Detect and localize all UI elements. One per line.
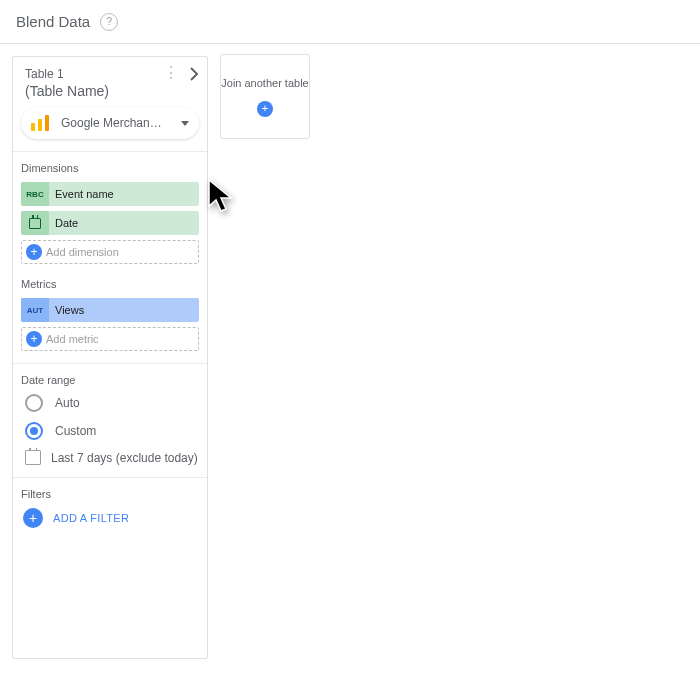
filters-title: Filters xyxy=(21,488,199,500)
date-range-auto[interactable]: Auto xyxy=(25,394,199,412)
radio-off-icon xyxy=(25,394,43,412)
custom-label: Custom xyxy=(55,424,96,438)
plus-icon: + xyxy=(26,244,42,260)
radio-on-icon xyxy=(25,422,43,440)
add-filter-button[interactable]: + ADD A FILTER xyxy=(23,508,199,528)
chevron-down-icon xyxy=(181,121,189,126)
plus-icon: + xyxy=(26,331,42,347)
cursor-icon xyxy=(206,178,240,220)
add-metric-label: Add metric xyxy=(46,333,99,345)
type-badge: RBC xyxy=(21,182,49,206)
join-label: Join another table xyxy=(221,76,308,90)
chevron-right-icon[interactable] xyxy=(189,67,199,85)
calendar-icon xyxy=(25,450,41,465)
date-range-section: Date range Auto Custom Last 7 days (excl… xyxy=(13,364,207,477)
dimensions-title: Dimensions xyxy=(21,162,199,174)
date-range-title: Date range xyxy=(21,374,199,386)
datasource-label: Google Merchan… xyxy=(61,116,173,130)
dimension-chip[interactable]: RBC Event name xyxy=(21,182,199,206)
add-filter-label: ADD A FILTER xyxy=(53,512,129,524)
date-range-custom[interactable]: Custom xyxy=(25,422,199,440)
date-range-value[interactable]: Last 7 days (exclude today) xyxy=(25,450,199,465)
type-badge: AUT xyxy=(21,298,49,322)
analytics-icon xyxy=(31,115,53,131)
dimensions-section: Dimensions RBC Event name Date + Add dim… xyxy=(13,152,207,363)
filters-section: Filters + ADD A FILTER xyxy=(13,478,207,658)
add-dimension-label: Add dimension xyxy=(46,246,119,258)
datasource-select[interactable]: Google Merchan… xyxy=(21,107,199,139)
plus-icon: + xyxy=(23,508,43,528)
auto-label: Auto xyxy=(55,396,80,410)
add-dimension-button[interactable]: + Add dimension xyxy=(21,240,199,264)
add-metric-button[interactable]: + Add metric xyxy=(21,327,199,351)
metric-chip[interactable]: AUT Views xyxy=(21,298,199,322)
kebab-icon[interactable]: ⋮ xyxy=(163,67,179,79)
date-range-text: Last 7 days (exclude today) xyxy=(51,451,198,465)
table-name[interactable]: (Table Name) xyxy=(25,83,195,99)
join-another-table-button[interactable]: Join another table + xyxy=(220,54,310,139)
page-title: Blend Data xyxy=(16,13,90,30)
table-panel: Table 1 (Table Name) ⋮ Google Merchan… D… xyxy=(12,56,208,659)
blend-canvas: Table 1 (Table Name) ⋮ Google Merchan… D… xyxy=(0,44,700,76)
metrics-title: Metrics xyxy=(21,278,199,290)
dimension-label: Event name xyxy=(49,188,114,200)
help-icon[interactable]: ? xyxy=(100,13,118,31)
page-header: Blend Data ? xyxy=(0,0,700,44)
metric-label: Views xyxy=(49,304,84,316)
dimension-chip[interactable]: Date xyxy=(21,211,199,235)
table-header: Table 1 (Table Name) ⋮ xyxy=(13,57,207,105)
dimension-label: Date xyxy=(49,217,78,229)
calendar-icon xyxy=(29,218,41,229)
type-badge xyxy=(21,211,49,235)
plus-icon: + xyxy=(257,101,273,117)
